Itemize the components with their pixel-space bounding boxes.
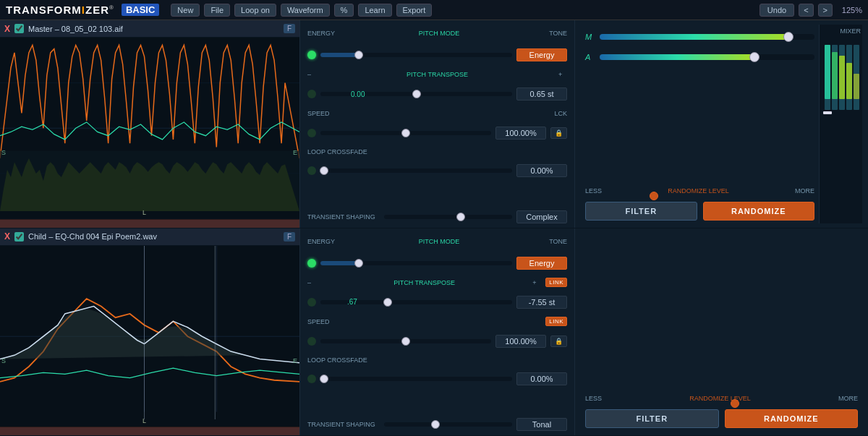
master-mixer-area: MIXER <box>819 25 862 223</box>
master-track-name: Master – 08_05_02 103.aif <box>28 25 279 33</box>
master-track-footer <box>0 219 299 228</box>
master-speed-led[interactable] <box>307 129 316 137</box>
master-energy-row: ENERGY PITCH MODE TONE <box>307 25 567 42</box>
child-enable-checkbox[interactable] <box>14 232 24 241</box>
master-pitch-mode-row: Energy <box>307 45 567 65</box>
child-lc-label-row: LOOP CROSSFADE <box>307 354 567 366</box>
master-speed-row: 100.00% 🔒 <box>307 123 567 143</box>
child-speed-link-button[interactable]: LINK <box>545 317 567 326</box>
zoom-level: 125% <box>837 6 862 14</box>
nav-left-button[interactable]: < <box>799 4 813 17</box>
child-pitch-mode-label: PITCH MODE <box>341 238 537 245</box>
master-speed-label-row: SPEED LCK <box>307 107 567 120</box>
undo-button[interactable]: Undo <box>760 4 794 17</box>
master-btn-row: FILTER RANDOMIZE <box>585 202 814 221</box>
master-pitch-mode-value[interactable]: Energy <box>516 48 567 61</box>
svg-rect-13 <box>839 56 845 99</box>
master-ts-slider[interactable] <box>384 215 512 219</box>
master-lc-led[interactable] <box>307 166 316 175</box>
master-pt-center-val: 0.00 <box>351 90 365 98</box>
svg-rect-11 <box>832 52 838 99</box>
child-pitch-mode-value[interactable]: Energy <box>516 257 567 270</box>
master-speed-lock[interactable]: 🔒 <box>550 127 567 139</box>
child-loopcrossfade-row: 0.00% <box>307 369 567 389</box>
master-mixer-bars-svg <box>823 38 859 124</box>
child-controls-panel: ENERGY PITCH MODE TONE Energy – PITCH TR… <box>300 228 575 436</box>
child-waveform-svg: S E L <box>0 246 299 427</box>
svg-text:L: L <box>142 209 146 216</box>
child-speed-lock[interactable]: 🔒 <box>550 335 567 347</box>
child-speed-label: SPEED <box>307 318 336 325</box>
child-energy-led[interactable] <box>307 259 316 268</box>
child-pt-label-row: – PITCH TRANSPOSE + LINK <box>307 276 567 289</box>
master-pt-led[interactable] <box>307 90 316 98</box>
child-energy-label: ENERGY <box>307 238 336 245</box>
child-pt-led[interactable] <box>307 298 316 307</box>
child-loopcrossfade-slider[interactable] <box>320 377 512 381</box>
topbar: TRANSFORMIZER® BASIC New File Loop on Wa… <box>0 0 868 20</box>
waveform-button[interactable]: Waveform <box>281 4 330 17</box>
master-a-slider[interactable] <box>600 54 814 60</box>
export-button[interactable]: Export <box>396 4 433 17</box>
master-filter-button[interactable]: FILTER <box>585 202 697 221</box>
master-speed-value[interactable]: 100.00% <box>495 127 546 140</box>
master-energy-slider[interactable] <box>320 53 512 57</box>
child-pitch-transpose-value[interactable]: -7.55 st <box>516 296 567 309</box>
child-pt-center-val: .67 <box>347 298 357 306</box>
master-speed-slider[interactable] <box>320 131 491 135</box>
percent-button[interactable]: % <box>334 4 354 17</box>
master-track-header: X Master – 08_05_02 103.aif F <box>0 20 299 38</box>
child-btn-row: FILTER RANDOMIZE <box>585 409 858 428</box>
master-enable-checkbox[interactable] <box>14 24 24 33</box>
child-rand-less-label: LESS <box>585 395 602 402</box>
master-ts-value[interactable]: Complex <box>516 210 567 223</box>
master-loopcrossfade-value[interactable]: 0.00% <box>516 164 567 177</box>
master-lck-label: LCK <box>554 110 567 117</box>
child-randomize-button[interactable]: RANDOMIZE <box>725 409 859 428</box>
child-track-footer <box>0 427 299 435</box>
svg-text:S: S <box>1 356 6 364</box>
svg-rect-18 <box>823 111 832 114</box>
master-close-button[interactable]: X <box>4 24 10 34</box>
child-filter-button[interactable]: FILTER <box>585 409 719 428</box>
child-ts-value[interactable]: Tonal <box>516 418 567 431</box>
learn-button[interactable]: Learn <box>358 4 391 17</box>
nav-right-button[interactable]: > <box>818 4 833 17</box>
child-speed-value[interactable]: 100.00% <box>495 335 546 348</box>
child-energy-slider[interactable] <box>320 261 512 265</box>
loopon-button[interactable]: Loop on <box>234 4 276 17</box>
master-m-slider[interactable] <box>600 34 814 40</box>
svg-rect-17 <box>854 74 859 99</box>
child-pitch-link-button[interactable]: LINK <box>545 278 567 287</box>
child-lc-led[interactable] <box>307 375 316 383</box>
master-m-slider-row: M <box>585 27 814 46</box>
file-button[interactable]: File <box>204 4 230 17</box>
master-loopcrossfade-slider[interactable] <box>320 168 512 173</box>
master-waveform-area: Amplitude Pitch <box>0 38 299 219</box>
child-right-panel: LESS RANDOMIZE LEVEL MORE FILTER RANDOMI… <box>575 228 868 436</box>
master-f-button[interactable]: F <box>284 24 295 33</box>
child-ts-slider[interactable] <box>384 422 512 427</box>
child-rand-level-label: RANDOMIZE LEVEL <box>689 395 751 402</box>
master-loopcrossfade-row: 0.00% <box>307 161 567 181</box>
master-pitch-transpose-slider[interactable] <box>320 92 512 96</box>
master-energy-led[interactable] <box>307 51 316 59</box>
child-f-button[interactable]: F <box>284 232 295 241</box>
new-button[interactable]: New <box>171 4 200 17</box>
master-randomize-button[interactable]: RANDOMIZE <box>703 202 815 221</box>
master-loopcrossfade-label: LOOP CROSSFADE <box>307 148 367 155</box>
master-m-label: M <box>585 33 595 41</box>
master-pitch-transpose-value[interactable]: 0.65 st <box>516 87 567 101</box>
master-waveform-svg: S E L <box>0 38 299 219</box>
master-a-label: A <box>585 53 595 61</box>
master-right-panel: M A <box>575 20 868 228</box>
svg-text:S: S <box>1 149 6 156</box>
master-controls-panel: ENERGY PITCH MODE TONE Energy – PITCH TR… <box>300 20 575 228</box>
child-loopcrossfade-value[interactable]: 0.00% <box>516 372 567 385</box>
child-speed-slider[interactable] <box>320 339 491 343</box>
child-speed-led[interactable] <box>307 337 316 346</box>
master-a-slider-row: A <box>585 48 814 67</box>
child-close-button[interactable]: X <box>4 231 10 241</box>
svg-rect-9 <box>825 45 830 99</box>
child-transient-row: TRANSIENT SHAPING Tonal <box>307 418 567 431</box>
